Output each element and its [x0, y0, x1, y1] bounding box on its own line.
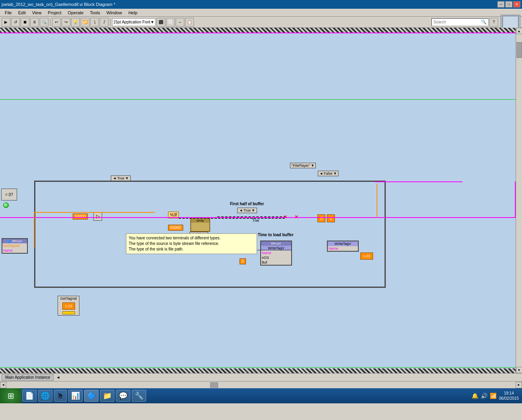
gettagval-value: 1.23	[62, 302, 75, 310]
diagram-canvas: "FilePlayer" ▼ ◄ False ▼ ◄ True ▼ First …	[0, 28, 522, 373]
top-stripe	[0, 28, 516, 33]
reorder-btn[interactable]: 📋	[185, 18, 194, 27]
rpcox-block-1[interactable]: RPcoX WriteTagV Name nOS Buf	[260, 241, 292, 266]
run-button[interactable]: ▶	[2, 18, 10, 27]
const-50000-left[interactable]: 50000	[73, 214, 88, 220]
restore-button[interactable]: □	[505, 1, 512, 8]
window-title: joelab_2012_wo_task_on)_Gaellemodif.vi B…	[2, 2, 115, 7]
step-over[interactable]: ⤵	[90, 18, 99, 27]
array-display-block[interactable]: array	[190, 218, 210, 232]
menu-help[interactable]: Help	[125, 10, 141, 16]
abort-button[interactable]: ⏹	[21, 18, 29, 27]
const-0b[interactable]: 0	[317, 214, 325, 222]
time-to-load-label: Time to load buffer	[258, 233, 294, 237]
align-btn[interactable]: ⬛	[157, 18, 165, 27]
taskbar-tray: 🔔 🔊 📶 19:14 06/02/2015	[468, 391, 522, 401]
scrollbar-horizontal[interactable]: ◄ ►	[0, 381, 522, 388]
pink-wire-top	[0, 33, 516, 33]
scroll-down-arrow[interactable]: ▼	[516, 367, 522, 373]
taskbar-item-folder[interactable]: 📁	[100, 390, 114, 402]
scroll-thumb-horizontal[interactable]	[210, 382, 218, 388]
window-controls: ─ □ ✕	[497, 1, 520, 8]
tray-icon-1: 🔔	[472, 393, 478, 399]
green-line-bottom	[0, 367, 516, 368]
redo-btn[interactable]: ↪	[62, 18, 70, 27]
start-button[interactable]: ⊞	[0, 388, 21, 403]
font-select[interactable]: 15pt Application Font▼	[112, 18, 156, 26]
const-50000-middle[interactable]: 50000	[168, 225, 183, 231]
distribute-btn[interactable]: ⬜	[166, 18, 175, 27]
taskbar-item-explorer[interactable]: 📄	[22, 390, 37, 402]
compare-arrow-block: ▷	[93, 212, 102, 221]
false-dropdown[interactable]: ◄ False ▼	[318, 171, 338, 176]
scroll-up-arrow[interactable]: ▲	[516, 28, 522, 34]
taskbar-item-labview[interactable]: 🔷	[84, 390, 99, 402]
gettagval-bar	[62, 311, 75, 314]
minimize-button[interactable]: ─	[497, 1, 505, 8]
taskbar-item-chrome[interactable]: 🌐	[38, 390, 52, 402]
context-help-icon	[501, 15, 520, 30]
error-tooltip: You have connected two terminals of diff…	[126, 233, 257, 254]
run-continuous[interactable]: ↺	[11, 18, 20, 27]
menu-window[interactable]: Window	[103, 10, 125, 16]
system-clock[interactable]: 19:14 06/02/2015	[499, 391, 519, 401]
close-button[interactable]: ✕	[513, 1, 520, 8]
undo-btn[interactable]: ↩	[52, 18, 61, 27]
pink-wire-bottom	[0, 217, 516, 218]
scroll-thumb-vertical[interactable]	[516, 42, 522, 58]
taskbar-item-chat[interactable]: 💬	[116, 390, 130, 402]
rpcox-outer-block[interactable]: 🔷 RPcoX GetTagVal Name	[2, 238, 28, 254]
first-half-label: First half of buffer	[230, 202, 264, 206]
tray-icon-3: 📶	[490, 393, 497, 399]
scroll-track-horizontal	[6, 382, 516, 388]
taskbar-item-tool[interactable]: 🔧	[132, 390, 146, 402]
titlebar: joelab_2012_wo_task_on)_Gaellemodif.vi B…	[0, 0, 522, 9]
statusbar: Main Application Instance ◄	[0, 373, 522, 381]
const-123b[interactable]: 1.23	[360, 252, 373, 260]
menu-operate[interactable]: Operate	[65, 10, 87, 16]
fileplayer-dropdown[interactable]: "FilePlayer" ▼	[290, 163, 316, 168]
scroll-arrow-left[interactable]: ◄	[56, 375, 60, 380]
main-loop-structure: ◄ True ▼ First half of buffer ◄ True ▼ %…	[34, 181, 386, 288]
search-icon[interactable]: 🔍	[481, 19, 487, 25]
scrollbar-vertical[interactable]: ▲ ▼	[516, 28, 522, 373]
pink-wire-right-top	[375, 181, 462, 182]
resize-btn[interactable]: ↔	[176, 18, 184, 27]
step-out[interactable]: ⤴	[100, 18, 108, 27]
menu-project[interactable]: Project	[44, 10, 64, 16]
menu-edit[interactable]: Edit	[15, 10, 29, 16]
scroll-right-arrow[interactable]: ►	[516, 382, 522, 388]
true-selector-top[interactable]: ◄ True ▼	[111, 175, 131, 181]
const-0a[interactable]: 0	[240, 258, 246, 264]
menubar: File Edit View Project Operate Tools Win…	[0, 9, 522, 17]
menu-tools[interactable]: Tools	[87, 10, 103, 16]
const-1[interactable]: 1	[327, 214, 335, 222]
taskbar-item-matlab[interactable]: 📊	[68, 390, 83, 402]
separator2	[110, 18, 110, 26]
scroll-track-vertical	[516, 34, 522, 367]
scroll-left-arrow[interactable]: ◄	[0, 382, 6, 388]
search-input[interactable]	[433, 20, 481, 24]
retain-btn[interactable]: 🔁	[81, 18, 89, 27]
menu-view[interactable]: View	[29, 10, 45, 16]
windows-taskbar: ⊞ 📄 🌐 🖱 📊 🔷 📁 💬 🔧 🔔 🔊 📶 19:14 06/02/2015	[0, 388, 522, 403]
green-led-indicator	[3, 202, 9, 208]
pause-button[interactable]: ⏸	[30, 18, 39, 27]
toolbar: ▶ ↺ ⏹ ⏸ 🔍 ↩ ↪ 💡 🔁 ⤵ ⤴ 15pt Application F…	[0, 17, 522, 28]
true-selector-inner[interactable]: ◄ True ▼	[237, 208, 257, 213]
tne-label: Tne	[252, 218, 259, 223]
eq0-block[interactable]: = 0?	[1, 189, 17, 200]
menu-file[interactable]: File	[2, 10, 15, 16]
step-into[interactable]: 🔍	[40, 18, 48, 27]
orange-wire-vert	[377, 184, 377, 218]
tray-icon-2: 🔊	[481, 393, 487, 399]
main-instance-tab[interactable]: Main Application Instance	[2, 374, 54, 381]
separator1	[50, 18, 50, 26]
gettagval-block[interactable]: GetTagVal 1.23	[58, 296, 79, 316]
taskbar-item-mouse[interactable]: 🖱	[54, 390, 67, 402]
green-line-top	[0, 99, 516, 100]
help-btn[interactable]: ?	[489, 18, 498, 27]
rpcox-block-2[interactable]: WriteTagV Name	[327, 241, 359, 252]
bottom-stripe	[0, 368, 516, 373]
highlight-btn[interactable]: 💡	[71, 18, 80, 27]
